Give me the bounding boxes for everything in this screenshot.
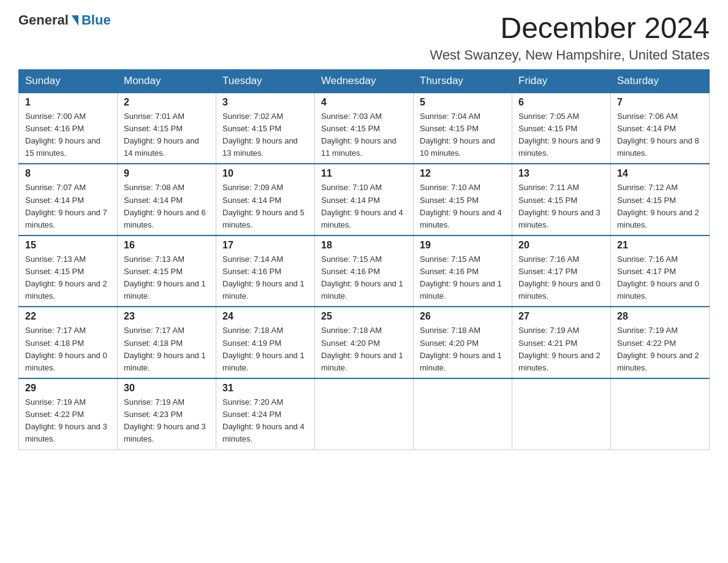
day-info: Sunrise: 7:18 AMSunset: 4:19 PMDaylight:… xyxy=(222,326,305,372)
col-wednesday: Wednesday xyxy=(315,69,414,93)
calendar-cell: 28 Sunrise: 7:19 AMSunset: 4:22 PMDaylig… xyxy=(611,307,710,378)
location-subtitle: West Swanzey, New Hampshire, United Stat… xyxy=(430,47,710,63)
calendar-cell: 29 Sunrise: 7:19 AMSunset: 4:22 PMDaylig… xyxy=(19,378,118,450)
day-number: 25 xyxy=(321,311,407,322)
month-year-title: December 2024 xyxy=(430,12,710,45)
calendar-cell xyxy=(611,378,710,450)
day-info: Sunrise: 7:17 AMSunset: 4:18 PMDaylight:… xyxy=(25,326,107,372)
calendar-cell: 12 Sunrise: 7:10 AMSunset: 4:15 PMDaylig… xyxy=(414,164,512,236)
day-number: 6 xyxy=(518,97,604,108)
day-number: 11 xyxy=(321,168,407,179)
day-number: 23 xyxy=(124,311,210,322)
logo: General Blue xyxy=(18,12,111,28)
day-number: 3 xyxy=(222,97,308,108)
day-number: 30 xyxy=(124,383,210,394)
day-info: Sunrise: 7:17 AMSunset: 4:18 PMDaylight:… xyxy=(124,326,206,372)
day-number: 14 xyxy=(617,168,703,179)
calendar-cell: 8 Sunrise: 7:07 AMSunset: 4:14 PMDayligh… xyxy=(19,164,118,236)
calendar-cell xyxy=(414,378,512,450)
day-info: Sunrise: 7:01 AMSunset: 4:15 PMDaylight:… xyxy=(124,112,199,158)
calendar-cell: 4 Sunrise: 7:03 AMSunset: 4:15 PMDayligh… xyxy=(315,93,414,164)
calendar-cell: 30 Sunrise: 7:19 AMSunset: 4:23 PMDaylig… xyxy=(118,378,216,450)
day-info: Sunrise: 7:19 AMSunset: 4:21 PMDaylight:… xyxy=(518,326,601,372)
day-number: 13 xyxy=(518,168,604,179)
day-number: 4 xyxy=(321,97,407,108)
calendar-cell: 1 Sunrise: 7:00 AMSunset: 4:16 PMDayligh… xyxy=(19,93,118,164)
calendar-cell: 15 Sunrise: 7:13 AMSunset: 4:15 PMDaylig… xyxy=(19,236,118,307)
calendar-cell: 6 Sunrise: 7:05 AMSunset: 4:15 PMDayligh… xyxy=(512,93,611,164)
day-number: 9 xyxy=(124,168,210,179)
day-number: 31 xyxy=(222,383,308,394)
day-number: 18 xyxy=(321,240,407,251)
calendar-cell: 14 Sunrise: 7:12 AMSunset: 4:15 PMDaylig… xyxy=(611,164,710,236)
calendar-cell: 23 Sunrise: 7:17 AMSunset: 4:18 PMDaylig… xyxy=(118,307,216,378)
calendar-cell: 10 Sunrise: 7:09 AMSunset: 4:14 PMDaylig… xyxy=(216,164,315,236)
calendar-cell: 21 Sunrise: 7:16 AMSunset: 4:17 PMDaylig… xyxy=(611,236,710,307)
calendar-cell: 5 Sunrise: 7:04 AMSunset: 4:15 PMDayligh… xyxy=(414,93,512,164)
page-header: General Blue December 2024 West Swanzey,… xyxy=(18,12,710,63)
calendar-cell: 16 Sunrise: 7:13 AMSunset: 4:15 PMDaylig… xyxy=(118,236,216,307)
day-info: Sunrise: 7:10 AMSunset: 4:14 PMDaylight:… xyxy=(321,183,403,229)
day-info: Sunrise: 7:02 AMSunset: 4:15 PMDaylight:… xyxy=(222,112,298,158)
calendar-week-row-3: 15 Sunrise: 7:13 AMSunset: 4:15 PMDaylig… xyxy=(19,236,710,307)
calendar-cell: 19 Sunrise: 7:15 AMSunset: 4:16 PMDaylig… xyxy=(414,236,512,307)
calendar-cell: 9 Sunrise: 7:08 AMSunset: 4:14 PMDayligh… xyxy=(118,164,216,236)
day-number: 26 xyxy=(420,311,506,322)
day-number: 16 xyxy=(124,240,210,251)
day-number: 19 xyxy=(420,240,506,251)
day-info: Sunrise: 7:08 AMSunset: 4:14 PMDaylight:… xyxy=(124,183,206,229)
calendar-cell: 18 Sunrise: 7:15 AMSunset: 4:16 PMDaylig… xyxy=(315,236,414,307)
calendar-week-row-1: 1 Sunrise: 7:00 AMSunset: 4:16 PMDayligh… xyxy=(19,93,710,164)
calendar-cell xyxy=(315,378,414,450)
calendar-cell: 26 Sunrise: 7:18 AMSunset: 4:20 PMDaylig… xyxy=(414,307,512,378)
day-info: Sunrise: 7:03 AMSunset: 4:15 PMDaylight:… xyxy=(321,112,396,158)
day-number: 20 xyxy=(518,240,604,251)
day-number: 29 xyxy=(25,383,111,394)
col-friday: Friday xyxy=(512,69,611,93)
day-info: Sunrise: 7:13 AMSunset: 4:15 PMDaylight:… xyxy=(124,255,206,301)
logo-text-blue: Blue xyxy=(82,12,111,28)
title-block: December 2024 West Swanzey, New Hampshir… xyxy=(430,12,710,63)
calendar-table: Sunday Monday Tuesday Wednesday Thursday… xyxy=(18,69,710,450)
calendar-cell: 22 Sunrise: 7:17 AMSunset: 4:18 PMDaylig… xyxy=(19,307,118,378)
day-number: 24 xyxy=(222,311,308,322)
day-info: Sunrise: 7:15 AMSunset: 4:16 PMDaylight:… xyxy=(321,255,403,301)
day-info: Sunrise: 7:14 AMSunset: 4:16 PMDaylight:… xyxy=(222,255,305,301)
col-thursday: Thursday xyxy=(414,69,512,93)
calendar-cell: 2 Sunrise: 7:01 AMSunset: 4:15 PMDayligh… xyxy=(118,93,216,164)
calendar-week-row-2: 8 Sunrise: 7:07 AMSunset: 4:14 PMDayligh… xyxy=(19,164,710,236)
col-saturday: Saturday xyxy=(611,69,710,93)
day-number: 15 xyxy=(25,240,111,251)
calendar-header-row: Sunday Monday Tuesday Wednesday Thursday… xyxy=(19,69,710,93)
day-number: 17 xyxy=(222,240,308,251)
calendar-cell: 3 Sunrise: 7:02 AMSunset: 4:15 PMDayligh… xyxy=(216,93,315,164)
calendar-cell: 11 Sunrise: 7:10 AMSunset: 4:14 PMDaylig… xyxy=(315,164,414,236)
calendar-week-row-5: 29 Sunrise: 7:19 AMSunset: 4:22 PMDaylig… xyxy=(19,378,710,450)
day-number: 27 xyxy=(518,311,604,322)
col-tuesday: Tuesday xyxy=(216,69,315,93)
calendar-cell: 17 Sunrise: 7:14 AMSunset: 4:16 PMDaylig… xyxy=(216,236,315,307)
day-info: Sunrise: 7:19 AMSunset: 4:23 PMDaylight:… xyxy=(124,397,206,443)
day-number: 12 xyxy=(420,168,506,179)
day-info: Sunrise: 7:19 AMSunset: 4:22 PMDaylight:… xyxy=(617,326,699,372)
calendar-cell: 24 Sunrise: 7:18 AMSunset: 4:19 PMDaylig… xyxy=(216,307,315,378)
day-info: Sunrise: 7:12 AMSunset: 4:15 PMDaylight:… xyxy=(617,183,699,229)
day-info: Sunrise: 7:05 AMSunset: 4:15 PMDaylight:… xyxy=(518,112,601,158)
day-number: 10 xyxy=(222,168,308,179)
day-info: Sunrise: 7:00 AMSunset: 4:16 PMDaylight:… xyxy=(25,112,100,158)
calendar-week-row-4: 22 Sunrise: 7:17 AMSunset: 4:18 PMDaylig… xyxy=(19,307,710,378)
logo-text-general: General xyxy=(18,12,69,28)
col-monday: Monday xyxy=(118,69,216,93)
day-number: 8 xyxy=(25,168,111,179)
logo-triangle-icon xyxy=(72,15,78,26)
day-info: Sunrise: 7:10 AMSunset: 4:15 PMDaylight:… xyxy=(420,183,502,229)
day-info: Sunrise: 7:16 AMSunset: 4:17 PMDaylight:… xyxy=(617,255,699,301)
day-info: Sunrise: 7:04 AMSunset: 4:15 PMDaylight:… xyxy=(420,112,495,158)
day-info: Sunrise: 7:06 AMSunset: 4:14 PMDaylight:… xyxy=(617,112,699,158)
day-info: Sunrise: 7:16 AMSunset: 4:17 PMDaylight:… xyxy=(518,255,601,301)
calendar-cell: 25 Sunrise: 7:18 AMSunset: 4:20 PMDaylig… xyxy=(315,307,414,378)
day-info: Sunrise: 7:20 AMSunset: 4:24 PMDaylight:… xyxy=(222,397,305,443)
day-number: 7 xyxy=(617,97,703,108)
calendar-cell: 7 Sunrise: 7:06 AMSunset: 4:14 PMDayligh… xyxy=(611,93,710,164)
col-sunday: Sunday xyxy=(19,69,118,93)
